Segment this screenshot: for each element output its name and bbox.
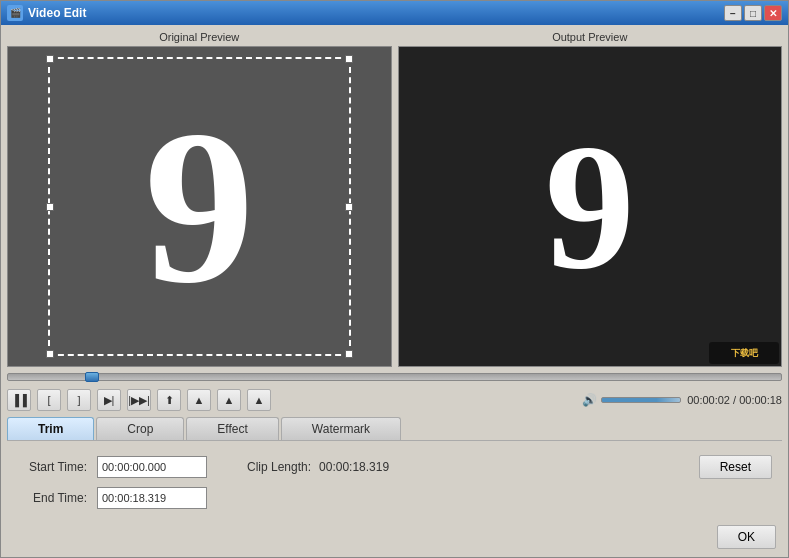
start-time-input[interactable] <box>97 456 207 478</box>
start-time-label: Start Time: <box>17 460 87 474</box>
window-title: Video Edit <box>28 6 86 20</box>
end-time-label: End Time: <box>17 491 87 505</box>
title-bar: 🎬 Video Edit − □ ✕ <box>1 1 788 25</box>
crop-handle-tl[interactable] <box>46 55 54 63</box>
time-display: 00:00:02 / 00:00:18 <box>687 394 782 406</box>
play-pause-button[interactable]: ▐▐ <box>7 389 31 411</box>
seek-bar-section <box>7 371 782 383</box>
jump-end-button[interactable]: ▲ <box>187 389 211 411</box>
volume-bar[interactable] <box>601 397 681 403</box>
crop-handle-tr[interactable] <box>345 55 353 63</box>
start-time-row: Start Time: Clip Length: 00:00:18.319 Re… <box>17 455 772 479</box>
end-time-input[interactable] <box>97 487 207 509</box>
original-number: 9 <box>144 97 254 317</box>
time-current: 00:00:02 <box>687 394 730 406</box>
bottom-buttons: OK <box>7 521 782 551</box>
crop-handle-br[interactable] <box>345 350 353 358</box>
volume-icon: 🔊 <box>582 393 597 407</box>
output-preview-label: Output Preview <box>398 31 783 43</box>
watermark-logo: 下载吧 <box>709 342 779 364</box>
end-time-row: End Time: <box>17 487 772 509</box>
mark-in-button[interactable]: [ <box>37 389 61 411</box>
original-preview-label: Original Preview <box>7 31 392 43</box>
seek-bar[interactable] <box>7 373 782 381</box>
output-number: 9 <box>545 117 635 297</box>
tab-crop[interactable]: Crop <box>96 417 184 440</box>
clip-length-value: 00:00:18.319 <box>319 460 389 474</box>
reset-button[interactable]: Reset <box>699 455 772 479</box>
tab-trim[interactable]: Trim <box>7 417 94 440</box>
original-video-inner: 9 <box>8 47 391 366</box>
tab-watermark[interactable]: Watermark <box>281 417 401 440</box>
tab-effect[interactable]: Effect <box>186 417 278 440</box>
tabs-section: Trim Crop Effect Watermark <box>7 417 782 441</box>
seek-thumb[interactable] <box>85 372 99 382</box>
video-edit-window: 🎬 Video Edit − □ ✕ Original Preview 9 <box>0 0 789 558</box>
output-video: 9 下载吧 <box>398 46 783 367</box>
output-preview-panel: Output Preview 9 下载吧 <box>398 31 783 367</box>
edit-section: Start Time: Clip Length: 00:00:18.319 Re… <box>7 447 782 517</box>
original-video: 9 <box>7 46 392 367</box>
app-icon: 🎬 <box>7 5 23 21</box>
jump-mid-button[interactable]: ▲ <box>217 389 241 411</box>
jump-start-button[interactable]: ⬆ <box>157 389 181 411</box>
crop-handle-mr[interactable] <box>345 203 353 211</box>
crop-handle-ml[interactable] <box>46 203 54 211</box>
clip-length-label: Clip Length: <box>247 460 311 474</box>
volume-section: 🔊 <box>582 393 681 407</box>
clip-button[interactable]: ▲ <box>247 389 271 411</box>
clip-length-section: Clip Length: 00:00:18.319 <box>247 460 389 474</box>
minimize-button[interactable]: − <box>724 5 742 21</box>
title-bar-left: 🎬 Video Edit <box>7 5 86 21</box>
step-forward-button[interactable]: ▶| <box>97 389 121 411</box>
preview-section: Original Preview 9 <box>7 31 782 367</box>
mark-out-button[interactable]: ] <box>67 389 91 411</box>
main-content: Original Preview 9 <box>1 25 788 557</box>
close-button[interactable]: ✕ <box>764 5 782 21</box>
title-buttons: − □ ✕ <box>724 5 782 21</box>
time-total: 00:00:18 <box>739 394 782 406</box>
crop-handle-bl[interactable] <box>46 350 54 358</box>
output-video-inner: 9 下载吧 <box>399 47 782 366</box>
maximize-button[interactable]: □ <box>744 5 762 21</box>
original-preview-panel: Original Preview 9 <box>7 31 392 367</box>
ok-button[interactable]: OK <box>717 525 776 549</box>
skip-forward-button[interactable]: |▶▶| <box>127 389 151 411</box>
controls-section: ▐▐ [ ] ▶| |▶▶| ⬆ ▲ ▲ ▲ 🔊 00:00:02 / 00:0… <box>7 387 782 413</box>
